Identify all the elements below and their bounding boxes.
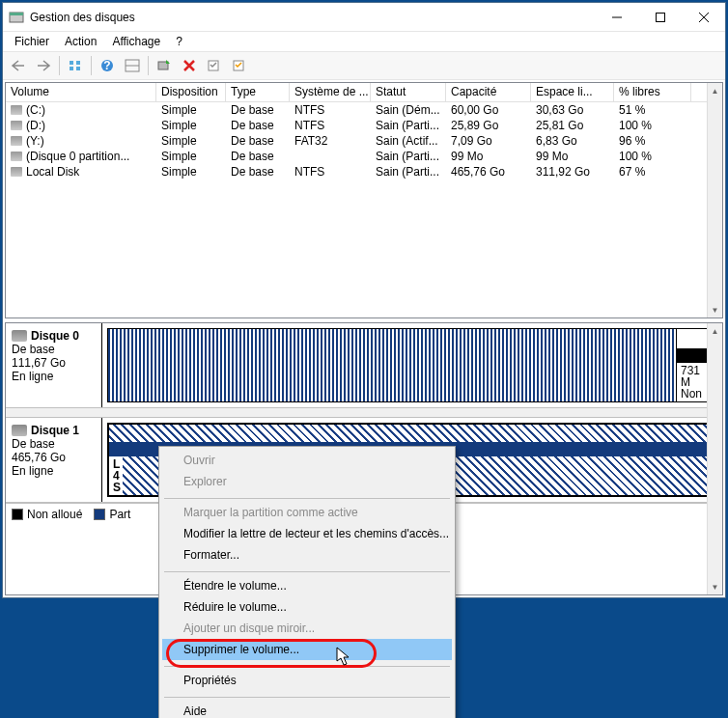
disk-status: En ligne bbox=[12, 370, 96, 383]
volume-icon bbox=[11, 136, 22, 146]
cell-fs: NTFS bbox=[290, 102, 371, 118]
disk-size: 111,67 Go bbox=[12, 356, 96, 370]
show-hide-button[interactable] bbox=[121, 54, 144, 77]
cell-pct: 96 % bbox=[614, 133, 691, 149]
svg-rect-1 bbox=[10, 13, 23, 15]
cell-stat: Sain (Parti... bbox=[371, 118, 446, 133]
cell-disp: Simple bbox=[156, 133, 226, 149]
view-icons-button[interactable] bbox=[64, 54, 87, 77]
svg-text:?: ? bbox=[103, 59, 110, 72]
cell-cap: 25,89 Go bbox=[446, 118, 531, 133]
help-button[interactable]: ? bbox=[96, 54, 119, 77]
cell-cap: 465,76 Go bbox=[446, 164, 531, 180]
context-menu: Ouvrir Explorer Marquer la partition com… bbox=[158, 446, 456, 718]
cell-free: 30,63 Go bbox=[531, 102, 614, 118]
disk-name: Disque 0 bbox=[31, 329, 79, 343]
ctx-props[interactable]: Propriétés bbox=[162, 670, 452, 691]
settings-button[interactable] bbox=[203, 54, 226, 77]
toolbar-separator bbox=[59, 56, 60, 75]
cell-stat: Sain (Parti... bbox=[371, 149, 446, 164]
cell-free: 25,81 Go bbox=[531, 118, 614, 133]
volume-row[interactable]: (D:)SimpleDe baseNTFSSain (Parti...25,89… bbox=[6, 118, 722, 133]
back-button[interactable] bbox=[7, 54, 30, 77]
volume-row[interactable]: (C:)SimpleDe baseNTFSSain (Dém...60,00 G… bbox=[6, 102, 722, 118]
cell-pct: 67 % bbox=[614, 164, 691, 180]
properties-button[interactable] bbox=[228, 54, 251, 77]
disk-size: 465,76 Go bbox=[12, 451, 96, 464]
volume-row[interactable]: (Y:)SimpleDe baseFAT32Sain (Actif...7,09… bbox=[6, 133, 722, 149]
volume-list-pane: Volume Disposition Type Système de ... S… bbox=[5, 82, 723, 318]
titlebar: Gestion des disques bbox=[3, 3, 725, 32]
refresh-button[interactable] bbox=[153, 54, 176, 77]
scroll-down-icon[interactable]: ▼ bbox=[708, 302, 722, 318]
svg-rect-6 bbox=[70, 61, 73, 65]
svg-rect-8 bbox=[70, 67, 73, 70]
menu-file[interactable]: Fichier bbox=[7, 33, 57, 50]
disk-divider bbox=[6, 408, 722, 418]
maximize-button[interactable] bbox=[638, 3, 682, 32]
ctx-mark: Marquer la partition comme active bbox=[162, 502, 452, 523]
disk-type: De base bbox=[12, 437, 96, 451]
ctx-separator bbox=[164, 566, 450, 572]
volume-row[interactable]: (Disque 0 partition...SimpleDe baseSain … bbox=[6, 149, 722, 164]
cell-cap: 99 Mo bbox=[446, 149, 531, 164]
volume-icon bbox=[11, 152, 22, 161]
cell-vol: (Disque 0 partition... bbox=[6, 149, 156, 164]
cell-vol: (C:) bbox=[6, 102, 156, 118]
minimize-button[interactable] bbox=[595, 3, 638, 32]
graphic-scrollbar[interactable]: ▲ ▼ bbox=[707, 323, 722, 594]
window-title: Gestion des disques bbox=[30, 11, 595, 24]
col-capacite[interactable]: Capacité bbox=[446, 83, 531, 101]
disk-row-0: Disque 0 De base 111,67 Go En ligne 731 … bbox=[6, 323, 722, 408]
cell-type: De base bbox=[226, 133, 290, 149]
volume-icon bbox=[11, 167, 22, 177]
cell-type: De base bbox=[226, 118, 290, 133]
cell-type: De base bbox=[226, 149, 290, 164]
cell-vol: (Y:) bbox=[6, 133, 156, 149]
col-volume[interactable]: Volume bbox=[6, 83, 156, 101]
cell-cap: 60,00 Go bbox=[446, 102, 531, 118]
menu-action[interactable]: Action bbox=[57, 33, 104, 50]
ctx-delete[interactable]: Supprimer le volume... bbox=[162, 639, 452, 660]
scroll-down-icon[interactable]: ▼ bbox=[708, 579, 722, 594]
cell-fs: FAT32 bbox=[290, 133, 371, 149]
col-espace[interactable]: Espace li... bbox=[531, 83, 614, 101]
volume-row[interactable]: Local DiskSimpleDe baseNTFSSain (Parti..… bbox=[6, 164, 722, 180]
cell-free: 6,83 Go bbox=[531, 133, 614, 149]
forward-button[interactable] bbox=[32, 54, 55, 77]
col-disposition[interactable]: Disposition bbox=[156, 83, 226, 101]
ctx-format[interactable]: Formater... bbox=[162, 544, 452, 566]
col-libres[interactable]: % libres bbox=[614, 83, 691, 101]
toolbar-separator bbox=[148, 56, 149, 75]
cell-type: De base bbox=[226, 164, 290, 180]
ctx-extend[interactable]: Étendre le volume... bbox=[162, 575, 452, 596]
menu-help[interactable]: ? bbox=[168, 33, 190, 50]
cell-fs bbox=[290, 149, 371, 164]
ctx-separator bbox=[164, 691, 450, 698]
menu-view[interactable]: Affichage bbox=[104, 33, 168, 50]
cell-cap: 7,09 Go bbox=[446, 133, 531, 149]
ctx-letter[interactable]: Modifier la lettre de lecteur et les che… bbox=[162, 523, 452, 544]
ctx-help[interactable]: Aide bbox=[162, 701, 452, 718]
disk-info-0[interactable]: Disque 0 De base 111,67 Go En ligne bbox=[6, 323, 102, 407]
ctx-shrink[interactable]: Réduire le volume... bbox=[162, 596, 452, 618]
partition[interactable] bbox=[107, 328, 677, 402]
volume-list-header: Volume Disposition Type Système de ... S… bbox=[6, 83, 722, 102]
col-statut[interactable]: Statut bbox=[371, 83, 446, 101]
scroll-up-icon[interactable]: ▲ bbox=[708, 323, 722, 339]
cell-vol: Local Disk bbox=[6, 164, 156, 180]
disk-info-1[interactable]: Disque 1 De base 465,76 Go En ligne bbox=[6, 418, 102, 502]
partition-fill bbox=[108, 329, 676, 401]
scroll-up-icon[interactable]: ▲ bbox=[708, 83, 722, 98]
col-systeme[interactable]: Système de ... bbox=[290, 83, 371, 101]
disk-icon bbox=[12, 330, 27, 342]
cell-pct: 100 % bbox=[614, 118, 691, 133]
delete-button[interactable] bbox=[178, 54, 201, 77]
close-button[interactable] bbox=[682, 3, 725, 32]
list-scrollbar[interactable]: ▲ ▼ bbox=[707, 83, 722, 318]
cell-free: 311,92 Go bbox=[531, 164, 614, 180]
col-type[interactable]: Type bbox=[226, 83, 290, 101]
toolbar: ? bbox=[3, 51, 725, 80]
menubar: Fichier Action Affichage ? bbox=[3, 32, 725, 51]
partition-labels: L 4 S bbox=[109, 456, 123, 495]
